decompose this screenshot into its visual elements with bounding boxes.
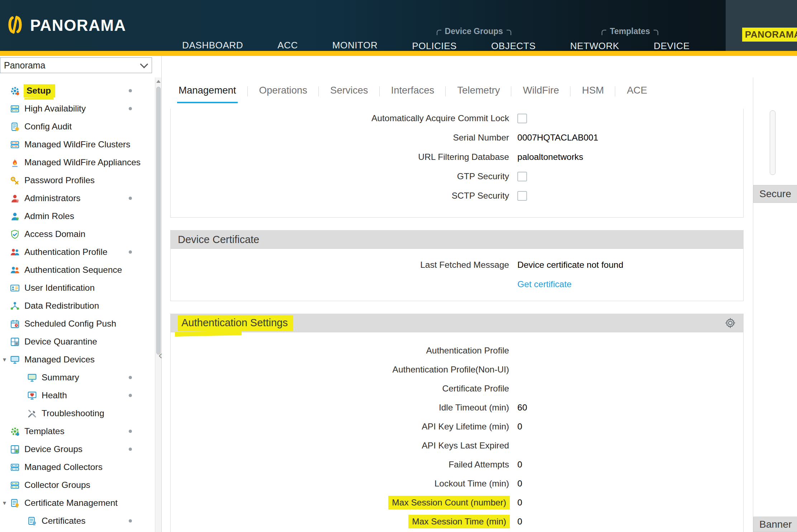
sidebar-item[interactable]: ▾ Device Quarantine (0, 333, 155, 351)
form-row: Last Fetched Message Device certificate … (171, 255, 743, 275)
sidebar-item[interactable]: ▾ Setup (0, 82, 155, 100)
tab[interactable]: Services (330, 85, 368, 103)
sidebar-item-label: Troubleshooting (41, 408, 105, 419)
nav-panorama[interactable]: PANORAMA (726, 0, 797, 51)
sidebar-item-label: Health (41, 390, 68, 401)
edit-settings-gear-icon[interactable] (725, 317, 736, 329)
sidebar-item[interactable]: ▾ Authentication Sequence (0, 261, 155, 279)
config-audit-icon (10, 122, 20, 132)
sidebar-item[interactable]: ▾ Administrators (0, 189, 155, 207)
sidebar-item[interactable]: ▾ High Availability (0, 100, 155, 118)
status-dot (129, 376, 132, 379)
tab[interactable]: Management (179, 85, 236, 103)
top-navigation: PANORAMA DASHBOARD ACC MONITOR Device Gr… (0, 0, 797, 51)
sidebar-item-label: Device Quarantine (24, 336, 98, 347)
sidebar-item-label: Summary (41, 372, 80, 383)
gtp-security-checkbox[interactable] (517, 172, 527, 181)
sidebar-item[interactable]: ▾ Summary (0, 369, 155, 386)
sidebar-item-label: Managed Collectors (24, 461, 103, 473)
commit-lock-checkbox[interactable] (517, 114, 527, 123)
nav-device[interactable]: DEVICE (654, 41, 689, 52)
troubleshooting-icon (27, 409, 37, 418)
commit-lock-label: Automatically Acquire Commit Lock (371, 113, 510, 124)
sidebar-scrollbar[interactable] (155, 77, 161, 532)
tab[interactable]: HSM (582, 85, 604, 103)
sidebar-scrollbar-thumb[interactable] (156, 87, 161, 355)
sidebar-item[interactable]: ▾ Certificate Management (0, 494, 155, 512)
settings-row: Certificate Profile (171, 379, 743, 398)
authentication-profile-icon (10, 247, 20, 257)
right-panel-scrollbar[interactable] (770, 110, 775, 175)
scroll-up-arrow-icon[interactable] (155, 77, 161, 85)
setting-label: API Key Lifetime (min) (421, 421, 510, 432)
setting-value: 0 (517, 517, 522, 527)
sidebar-item[interactable]: ▾ Troubleshooting (0, 404, 155, 422)
chevron-down-icon (140, 60, 148, 68)
sidebar-item-label: Collector Groups (24, 479, 91, 491)
sidebar-item[interactable]: ▾ Config Audit (0, 118, 155, 136)
nav-acc[interactable]: ACC (277, 40, 298, 51)
sidebar-item[interactable]: ▾ Managed Devices (0, 351, 155, 369)
context-selector-value: Panorama (4, 60, 45, 71)
device-quarantine-icon (10, 337, 20, 347)
panorama-logo (6, 15, 24, 35)
last-fetched-label: Last Fetched Message (419, 259, 510, 270)
sidebar-item[interactable]: ▾ Admin Roles (0, 207, 155, 225)
settings-row: Max Session Time (min) 0 (171, 512, 743, 531)
nav-network[interactable]: NETWORK (570, 41, 619, 52)
secure-panel-title: Secure (759, 188, 791, 200)
setting-value: 60 (517, 403, 527, 413)
get-certificate-link[interactable]: Get certificate (517, 279, 571, 289)
sidebar-item-label: High Availability (24, 103, 86, 114)
sidebar-item[interactable]: ▾ Device Groups (0, 440, 155, 458)
device-groups-group-label: Device Groups (437, 27, 511, 36)
expand-caret-icon[interactable]: ▾ (3, 356, 9, 364)
sctp-security-checkbox[interactable] (517, 191, 527, 201)
settings-row: API Key Lifetime (min) 0 (171, 417, 743, 436)
tab[interactable]: Operations (259, 85, 308, 103)
navigation-tree: ▾ Setup ▾ High Availability ▾ Config Aud… (0, 77, 155, 532)
sidebar-item-label: Managed Devices (24, 354, 95, 365)
sidebar-item[interactable]: ▾ Managed WildFire Appliances (0, 153, 155, 171)
setting-label: API Keys Last Expired (421, 440, 510, 451)
sidebar-item[interactable]: ▾ Templates (0, 422, 155, 440)
banner-panel-header: Banner (753, 517, 797, 532)
nav-dashboard[interactable]: DASHBOARD (182, 40, 243, 51)
sidebar-item-label: Certificate Management (24, 497, 118, 509)
authentication-settings-panel: Authentication Settings Authentication P… (170, 314, 744, 532)
sidebar-item[interactable]: ▾ Collector Groups (0, 476, 155, 494)
sidebar-collapse-handle[interactable]: ‹ (158, 348, 165, 364)
user-identification-icon (10, 283, 20, 293)
sidebar-item[interactable]: ▾ User Identification (0, 279, 155, 297)
sidebar-item-label: Admin Roles (24, 210, 75, 222)
setting-label: Max Session Count (number) (388, 496, 510, 509)
device-certificate-header: Device Certificate (171, 231, 743, 249)
setting-label: Lockout Time (min) (434, 478, 510, 489)
last-fetched-value: Device certificate not found (517, 260, 623, 270)
sidebar-item[interactable]: ▾ Data Redistribution (0, 297, 155, 315)
tab[interactable]: Telemetry (457, 85, 500, 103)
expand-caret-icon[interactable]: ▾ (3, 499, 9, 507)
sidebar-item[interactable]: ▾ Managed WildFire Clusters (0, 136, 155, 153)
context-selector[interactable]: Panorama (0, 57, 152, 73)
nav-objects[interactable]: OBJECTS (491, 41, 536, 52)
nav-policies[interactable]: POLICIES (412, 41, 457, 52)
sidebar-item[interactable]: ▾ Password Profiles (0, 171, 155, 189)
sidebar-item[interactable]: ▾ Access Domain (0, 225, 155, 243)
authentication-settings-title: Authentication Settings (178, 315, 293, 331)
tab[interactable]: WildFire (523, 85, 559, 103)
sidebar-item[interactable]: ▾ Health (0, 386, 155, 404)
sidebar-item[interactable]: ▾ Managed Collectors (0, 458, 155, 476)
setup-icon (10, 86, 20, 96)
certificate-management-icon (10, 498, 20, 508)
summary-icon (27, 373, 37, 383)
nav-monitor[interactable]: MONITOR (332, 40, 378, 51)
setting-label: Failed Attempts (448, 459, 510, 470)
tab[interactable]: Interfaces (391, 85, 435, 103)
tab[interactable]: ACE (627, 85, 647, 103)
admin-roles-icon (10, 212, 20, 221)
device-certificate-panel: Device Certificate Last Fetched Message … (170, 230, 744, 301)
sidebar-item[interactable]: ▾ Authentication Profile (0, 243, 155, 261)
sidebar-item[interactable]: ▾ Certificates (0, 512, 155, 530)
sidebar-item[interactable]: ▾ Scheduled Config Push (0, 315, 155, 333)
